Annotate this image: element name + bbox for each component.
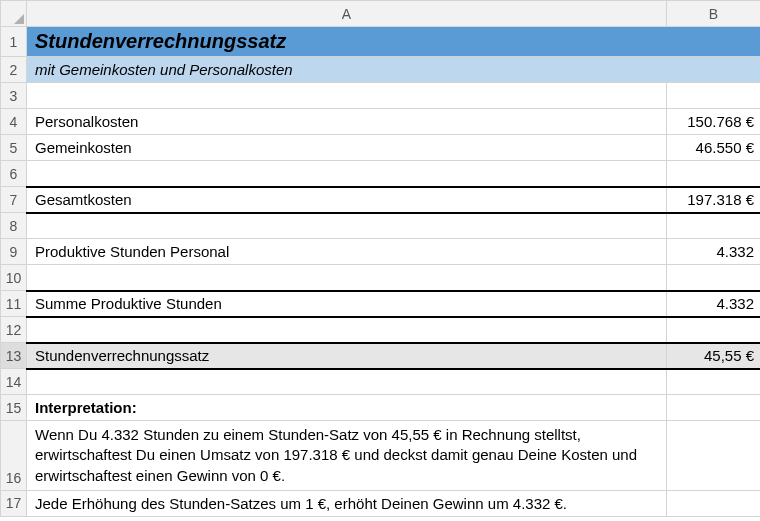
column-header-row: A B [1, 1, 761, 27]
row-header-3[interactable]: 3 [1, 83, 27, 109]
row-11: 11 Summe Produktive Stunden 4.332 [1, 291, 761, 317]
cell-A8[interactable] [27, 213, 667, 239]
row-header-16[interactable]: 16 [1, 421, 27, 491]
row-6: 6 [1, 161, 761, 187]
row-8: 8 [1, 213, 761, 239]
cell-B5[interactable]: 46.550 € [667, 135, 761, 161]
cell-A13[interactable]: Stundenverrechnungssatz [27, 343, 667, 369]
row-header-11[interactable]: 11 [1, 291, 27, 317]
row-15: 15 Interpretation: [1, 395, 761, 421]
cell-B7[interactable]: 197.318 € [667, 187, 761, 213]
row-17: 17 Jede Erhöhung des Stunden-Satzes um 1… [1, 490, 761, 516]
cell-A16[interactable]: Wenn Du 4.332 Stunden zu einem Stunden-S… [27, 421, 667, 491]
cell-A10[interactable] [27, 265, 667, 291]
row-header-2[interactable]: 2 [1, 57, 27, 83]
cell-B12[interactable] [667, 317, 761, 343]
row-header-4[interactable]: 4 [1, 109, 27, 135]
cell-B6[interactable] [667, 161, 761, 187]
row-7: 7 Gesamtkosten 197.318 € [1, 187, 761, 213]
column-header-a[interactable]: A [27, 1, 667, 27]
cell-B17[interactable] [667, 490, 761, 516]
row-3: 3 [1, 83, 761, 109]
row-14: 14 [1, 369, 761, 395]
row-header-6[interactable]: 6 [1, 161, 27, 187]
cell-A17[interactable]: Jede Erhöhung des Stunden-Satzes um 1 €,… [27, 490, 667, 516]
row-1: 1 Stundenverrechnungssatz [1, 27, 761, 57]
cell-A6[interactable] [27, 161, 667, 187]
row-header-8[interactable]: 8 [1, 213, 27, 239]
cell-B16[interactable] [667, 421, 761, 491]
cell-A14[interactable] [27, 369, 667, 395]
row-header-17[interactable]: 17 [1, 490, 27, 516]
cell-A11[interactable]: Summe Produktive Stunden [27, 291, 667, 317]
row-10: 10 [1, 265, 761, 291]
row-5: 5 Gemeinkosten 46.550 € [1, 135, 761, 161]
row-12: 12 [1, 317, 761, 343]
cell-B8[interactable] [667, 213, 761, 239]
row-header-1[interactable]: 1 [1, 27, 27, 57]
cell-A7[interactable]: Gesamtkosten [27, 187, 667, 213]
row-16: 16 Wenn Du 4.332 Stunden zu einem Stunde… [1, 421, 761, 491]
row-header-10[interactable]: 10 [1, 265, 27, 291]
row-header-7[interactable]: 7 [1, 187, 27, 213]
cell-B4[interactable]: 150.768 € [667, 109, 761, 135]
cell-A15[interactable]: Interpretation: [27, 395, 667, 421]
row-header-15[interactable]: 15 [1, 395, 27, 421]
cell-B11[interactable]: 4.332 [667, 291, 761, 317]
row-header-9[interactable]: 9 [1, 239, 27, 265]
cell-B15[interactable] [667, 395, 761, 421]
cell-B14[interactable] [667, 369, 761, 395]
cell-A2[interactable]: mit Gemeinkosten und Personalkosten [27, 57, 761, 83]
cell-A1[interactable]: Stundenverrechnungssatz [27, 27, 761, 57]
cell-B10[interactable] [667, 265, 761, 291]
row-header-5[interactable]: 5 [1, 135, 27, 161]
cell-A4[interactable]: Personalkosten [27, 109, 667, 135]
row-header-12[interactable]: 12 [1, 317, 27, 343]
column-header-b[interactable]: B [667, 1, 761, 27]
row-header-13[interactable]: 13 [1, 343, 27, 369]
spreadsheet: A B 1 Stundenverrechnungssatz 2 mit Geme… [0, 0, 760, 517]
cell-A5[interactable]: Gemeinkosten [27, 135, 667, 161]
cell-A12[interactable] [27, 317, 667, 343]
cell-B3[interactable] [667, 83, 761, 109]
select-all-corner[interactable] [1, 1, 27, 27]
row-4: 4 Personalkosten 150.768 € [1, 109, 761, 135]
cell-B9[interactable]: 4.332 [667, 239, 761, 265]
row-header-14[interactable]: 14 [1, 369, 27, 395]
row-13: 13 Stundenverrechnungssatz 45,55 € [1, 343, 761, 369]
row-2: 2 mit Gemeinkosten und Personalkosten [1, 57, 761, 83]
cell-B13[interactable]: 45,55 € [667, 343, 761, 369]
row-9: 9 Produktive Stunden Personal 4.332 [1, 239, 761, 265]
cell-A9[interactable]: Produktive Stunden Personal [27, 239, 667, 265]
cell-A3[interactable] [27, 83, 667, 109]
